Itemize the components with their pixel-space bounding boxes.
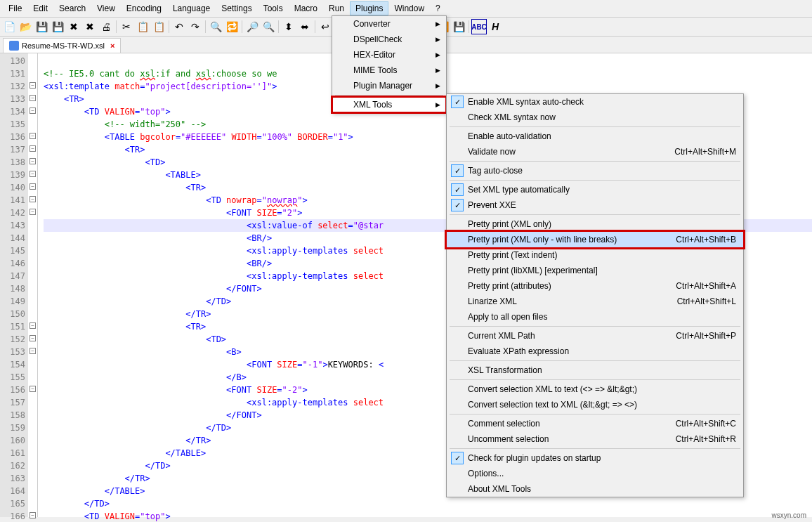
menu-settings[interactable]: Settings bbox=[216, 1, 257, 15]
new-file-icon[interactable]: 📄 bbox=[1, 19, 17, 34]
xmltools-convert-selection-text-to-xml-lt-gt-[interactable]: Convert selection text to XML (&lt;&gt; … bbox=[447, 397, 743, 412]
xmltools-prevent-xxe[interactable]: ✓Prevent XXE bbox=[447, 197, 743, 213]
redo-icon[interactable]: ↷ bbox=[188, 19, 203, 34]
plugins-mime-tools[interactable]: MIME Tools▶ bbox=[332, 63, 446, 78]
plugins-menu[interactable]: Converter▶DSpellCheck▶HEX-Editor▶MIME To… bbox=[332, 15, 447, 113]
menu-view[interactable]: View bbox=[91, 1, 121, 15]
find-icon[interactable]: 🔍 bbox=[208, 19, 223, 34]
xmltools-pretty-print-libxml-experimental-[interactable]: Pretty print (libXML) [experimental] bbox=[447, 263, 743, 278]
file-icon bbox=[9, 41, 19, 51]
footer-credit: wsxyn.com bbox=[772, 511, 806, 519]
xmltools-validate-now[interactable]: Validate nowCtrl+Alt+Shift+M bbox=[447, 144, 743, 159]
xmltools-evaluate-xpath-expression[interactable]: Evaluate XPath expression bbox=[447, 344, 743, 359]
paste-icon[interactable]: 📋 bbox=[151, 19, 166, 34]
sync-v-icon[interactable]: ⬍ bbox=[281, 19, 296, 34]
tab-label: Resume-MS-TR-WD.xsl bbox=[22, 41, 105, 50]
cut-icon[interactable]: ✂ bbox=[119, 19, 134, 34]
xmltools-set-xml-type-automatically[interactable]: ✓Set XML type automatically bbox=[447, 182, 743, 197]
tab-close-icon[interactable]: × bbox=[110, 41, 114, 50]
save-macro-icon[interactable]: 💾 bbox=[451, 19, 466, 34]
xmltools-check-xml-syntax-now[interactable]: Check XML syntax now bbox=[447, 110, 743, 125]
menu-window[interactable]: Window bbox=[388, 1, 430, 15]
close-all-icon[interactable]: ✖ bbox=[82, 19, 98, 34]
save-all-icon[interactable]: 💾 bbox=[50, 19, 65, 34]
xmltools-uncomment-selection[interactable]: Uncomment selectionCtrl+Alt+Shift+R bbox=[447, 431, 743, 447]
menu-plugins[interactable]: Plugins bbox=[350, 1, 388, 15]
menu-macro[interactable]: Macro bbox=[289, 1, 323, 15]
close-icon[interactable]: ✖ bbox=[66, 19, 81, 34]
xmltools-convert-selection-xml-to-text-lt-gt-[interactable]: Convert selection XML to text (<> => &lt… bbox=[447, 381, 743, 397]
copy-icon[interactable]: 📋 bbox=[135, 19, 150, 34]
replace-icon[interactable]: 🔁 bbox=[224, 19, 240, 34]
spellcheck-icon[interactable]: ABC bbox=[471, 19, 487, 34]
save-icon[interactable]: 💾 bbox=[34, 19, 49, 34]
file-tab[interactable]: Resume-MS-TR-WD.xsl × bbox=[3, 38, 121, 53]
xmltools-pretty-print-text-indent-[interactable]: Pretty print (Text indent) bbox=[447, 247, 743, 263]
xmltools-pretty-print-xml-only-with-line-breaks-[interactable]: Pretty print (XML only - with line break… bbox=[447, 232, 743, 247]
hex-icon[interactable]: H bbox=[487, 19, 503, 34]
xmltools-current-xml-path[interactable]: Current XML PathCtrl+Alt+Shift+P bbox=[447, 328, 743, 344]
xmltools-linarize-xml[interactable]: Linarize XMLCtrl+Alt+Shift+L bbox=[447, 294, 743, 309]
zoom-in-icon[interactable]: 🔎 bbox=[244, 19, 260, 34]
xmltools-check-for-plugin-updates-on-startup[interactable]: ✓Check for plugin updates on startup bbox=[447, 450, 743, 466]
plugins-xml-tools[interactable]: XML Tools▶ bbox=[332, 97, 446, 112]
xmltools-apply-to-all-open-files[interactable]: Apply to all open files bbox=[447, 309, 743, 325]
fold-column[interactable]: −−−−−−−−−−−−−−−− bbox=[28, 53, 38, 517]
menu-search[interactable]: Search bbox=[53, 1, 91, 15]
plugins-hex-editor[interactable]: HEX-Editor▶ bbox=[332, 47, 446, 63]
menu-language[interactable]: Language bbox=[167, 1, 216, 15]
menu-file[interactable]: File bbox=[3, 1, 27, 15]
sync-h-icon[interactable]: ⬌ bbox=[297, 19, 313, 34]
xmltools-options-[interactable]: Options... bbox=[447, 466, 743, 481]
line-gutter: 1301311321331341351361371381391401411421… bbox=[0, 53, 28, 517]
wrap-icon[interactable]: ↩ bbox=[317, 19, 333, 34]
xmltools-comment-selection[interactable]: Comment selectionCtrl+Alt+Shift+C bbox=[447, 416, 743, 431]
menu-?[interactable]: ? bbox=[430, 1, 446, 15]
open-file-icon[interactable]: 📂 bbox=[18, 19, 33, 34]
print-icon[interactable]: 🖨 bbox=[98, 19, 114, 34]
plugins-dspellcheck[interactable]: DSpellCheck▶ bbox=[332, 32, 446, 47]
xmltools-tag-auto-close[interactable]: ✓Tag auto-close bbox=[447, 163, 743, 178]
xmltools-enable-auto-validation[interactable]: Enable auto-validation bbox=[447, 129, 743, 144]
zoom-out-icon[interactable]: 🔍 bbox=[261, 19, 276, 34]
menu-encoding[interactable]: Encoding bbox=[121, 1, 167, 15]
plugins-converter[interactable]: Converter▶ bbox=[332, 16, 446, 32]
menu-edit[interactable]: Edit bbox=[27, 1, 53, 15]
plugins-plugin-manager[interactable]: Plugin Manager▶ bbox=[332, 78, 446, 93]
xmltools-enable-xml-syntax-auto-check[interactable]: ✓Enable XML syntax auto-check bbox=[447, 94, 743, 110]
xmltools-about-xml-tools[interactable]: About XML Tools bbox=[447, 481, 743, 497]
xmltools-submenu[interactable]: ✓Enable XML syntax auto-checkCheck XML s… bbox=[446, 93, 744, 497]
xmltools-pretty-print-attributes-[interactable]: Pretty print (attributes)Ctrl+Alt+Shift+… bbox=[447, 278, 743, 294]
undo-icon[interactable]: ↶ bbox=[171, 19, 187, 34]
menu-tools[interactable]: Tools bbox=[258, 1, 289, 15]
xmltools-xsl-transformation[interactable]: XSL Transformation bbox=[447, 363, 743, 378]
menu-run[interactable]: Run bbox=[323, 1, 350, 15]
xmltools-pretty-print-xml-only-[interactable]: Pretty print (XML only) bbox=[447, 216, 743, 232]
